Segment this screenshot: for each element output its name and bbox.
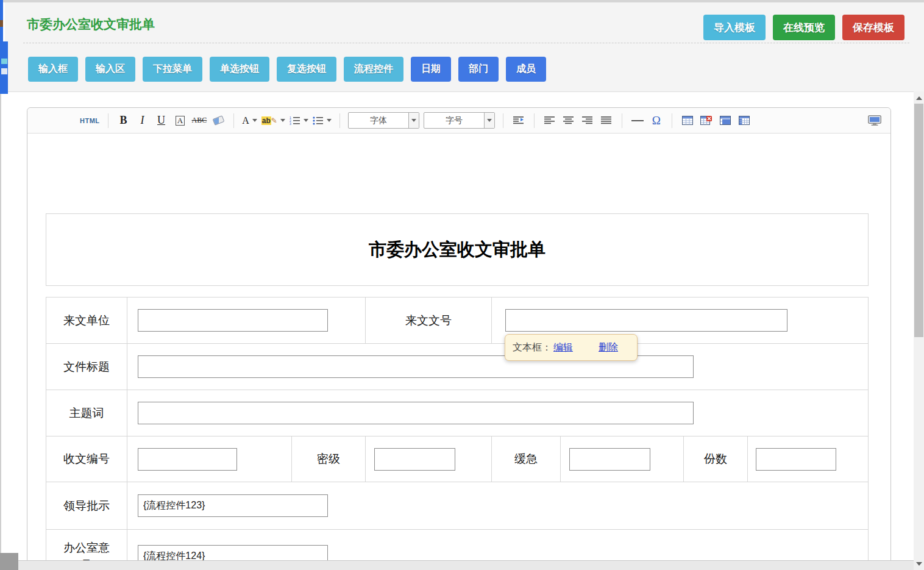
subject-words-input[interactable]	[138, 402, 694, 424]
table-row: 文件标题	[46, 343, 868, 390]
form-table: 来文单位 来文文号 文件标题 主题词	[46, 297, 869, 570]
field-tooltip: 文本框： 编辑 删除	[505, 334, 638, 361]
field-label: 密级	[292, 451, 365, 467]
document-blank-area	[46, 134, 890, 213]
ordered-list-icon[interactable]: 1 2 3	[290, 113, 308, 129]
editor-toolbar: HTML B I U A ABC A ab ✎ 1 2 3	[27, 108, 890, 134]
widget-radio-button[interactable]: 单选按钮	[210, 57, 269, 82]
align-left-icon[interactable]	[542, 113, 557, 129]
font-family-select[interactable]: 字体	[348, 112, 419, 129]
widget-checkbox-button[interactable]: 复选按钮	[277, 57, 336, 82]
background-window-icon	[1, 68, 7, 74]
special-character-icon[interactable]: Ω	[649, 113, 664, 129]
urgency-input[interactable]	[569, 448, 650, 471]
align-center-icon[interactable]	[561, 113, 576, 129]
header-actions: 导入模板 在线预览 保存模板	[703, 15, 904, 40]
receipt-number-input[interactable]	[138, 448, 237, 471]
header: 市委办公室收文审批单 导入模板 在线预览 保存模板 输入框 输入区 下拉菜单 单…	[5, 2, 924, 92]
secrecy-level-input[interactable]	[374, 448, 455, 471]
tooltip-label: 文本框：	[513, 341, 552, 354]
table-column-icon[interactable]	[737, 113, 752, 129]
horizontal-rule-icon[interactable]	[630, 113, 645, 129]
svg-text:3: 3	[290, 122, 291, 126]
highlight-color-icon[interactable]: ab ✎	[261, 113, 285, 129]
field-label: 文件标题	[46, 359, 127, 375]
field-label: 领导批示	[46, 498, 127, 514]
edit-field-link[interactable]: 编辑	[553, 341, 573, 354]
document-blank-area	[46, 286, 890, 297]
field-label: 份数	[684, 451, 747, 467]
scroll-up-button[interactable]	[914, 93, 924, 103]
indent-icon[interactable]	[511, 113, 526, 129]
background-window-icon	[1, 59, 7, 64]
bold-icon[interactable]: B	[116, 113, 131, 129]
widget-input-box-button[interactable]: 输入框	[28, 57, 78, 82]
incoming-unit-input[interactable]	[138, 309, 328, 332]
widget-member-button[interactable]: 成员	[506, 57, 546, 82]
widget-button-row: 输入框 输入区 下拉菜单 单选按钮 复选按钮 流程控件 日期 部门 成员	[28, 57, 546, 82]
chevron-down-icon	[304, 119, 308, 122]
strikethrough-icon[interactable]: ABC	[192, 113, 207, 129]
align-right-icon[interactable]	[580, 113, 595, 129]
scrollbar-thumb[interactable]	[914, 104, 923, 337]
field-label: 来文单位	[46, 313, 127, 329]
field-label: 主题词	[46, 405, 127, 421]
scroll-down-button[interactable]	[914, 558, 924, 569]
table-cell-properties-icon[interactable]	[718, 113, 733, 129]
widget-flow-control-button[interactable]: 流程控件	[344, 57, 403, 82]
chevron-down-icon	[484, 113, 494, 128]
chevron-down-icon	[408, 113, 419, 128]
horizontal-scrollbar-track[interactable]	[18, 560, 914, 570]
field-label: 收文编号	[46, 451, 127, 467]
editor-document[interactable]: 市委办公室收文审批单 来文单位 来文文号 文件标题	[27, 134, 890, 570]
chevron-down-icon	[280, 119, 285, 122]
delete-table-icon[interactable]	[699, 113, 714, 129]
copies-count-input[interactable]	[756, 448, 836, 471]
dashed-divider	[23, 43, 909, 43]
widget-textarea-button[interactable]: 输入区	[85, 57, 135, 82]
toolbar-separator	[534, 113, 535, 128]
table-row: 收文编号 密级 缓急 份数	[46, 436, 868, 482]
leader-instructions-input[interactable]	[138, 494, 328, 517]
toolbar-separator	[672, 113, 672, 128]
widget-dropdown-button[interactable]: 下拉菜单	[143, 57, 202, 82]
save-template-button[interactable]: 保存模板	[842, 15, 904, 40]
form-title: 市委办公室收文审批单	[369, 238, 546, 262]
background-window-sliver	[0, 41, 8, 94]
toolbar-separator	[108, 113, 108, 128]
border-text-icon[interactable]: A	[173, 113, 188, 129]
font-color-icon[interactable]: A	[242, 113, 257, 129]
toolbar-separator	[622, 113, 622, 128]
toolbar-separator	[503, 113, 503, 128]
window-left-edge	[0, 94, 1, 557]
widget-department-button[interactable]: 部门	[458, 57, 499, 82]
table-row: 来文单位 来文文号	[46, 297, 868, 343]
toolbar-separator	[339, 113, 340, 128]
field-label: 来文文号	[366, 313, 491, 329]
delete-field-link[interactable]: 删除	[599, 341, 618, 354]
page-title: 市委办公室收文审批单	[27, 16, 155, 33]
window-bottom-corner	[0, 553, 18, 570]
field-label: 缓急	[492, 451, 560, 467]
table-row: 主题词	[46, 390, 868, 436]
table-row: 领导批示	[46, 482, 868, 529]
html-source-button[interactable]: HTML	[80, 113, 100, 129]
font-size-select[interactable]: 字号	[424, 112, 495, 129]
chevron-down-icon	[252, 119, 257, 122]
incoming-doc-number-input[interactable]	[505, 309, 787, 332]
vertical-scrollbar[interactable]	[914, 91, 924, 570]
fullscreen-monitor-icon[interactable]	[867, 113, 882, 129]
italic-icon[interactable]: I	[135, 113, 150, 129]
align-justify-icon[interactable]	[599, 113, 614, 129]
unordered-list-icon[interactable]	[313, 113, 332, 129]
underline-icon[interactable]: U	[154, 113, 169, 129]
remove-format-eraser-icon[interactable]	[211, 113, 226, 129]
rich-text-editor: HTML B I U A ABC A ab ✎ 1 2 3	[27, 107, 891, 570]
import-template-button[interactable]: 导入模板	[703, 15, 766, 40]
toolbar-separator	[233, 113, 234, 128]
online-preview-button[interactable]: 在线预览	[773, 15, 835, 40]
form-title-box: 市委办公室收文审批单	[46, 213, 869, 286]
insert-table-icon[interactable]	[680, 113, 695, 129]
chevron-down-icon	[327, 119, 332, 122]
widget-date-button[interactable]: 日期	[411, 57, 451, 82]
